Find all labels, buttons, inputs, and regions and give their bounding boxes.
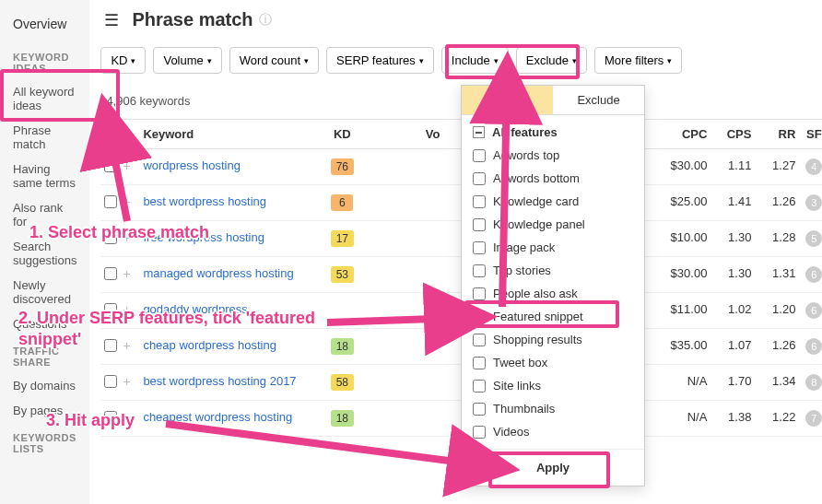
annotation-step2: 2. Under SERP features, tick 'featured s… <box>18 308 323 349</box>
dropdown-tab-exclude[interactable]: Exclude <box>553 86 644 115</box>
chevron-down-icon: ▾ <box>207 56 212 65</box>
rr-value: 1.27 <box>751 158 795 172</box>
row-checkbox[interactable] <box>104 375 117 388</box>
cpc-value: N/A <box>653 374 707 388</box>
col-rr[interactable]: RR <box>751 127 795 141</box>
arrow-icon <box>161 415 493 482</box>
sf-badge[interactable]: 6 <box>805 338 822 355</box>
filter-more[interactable]: More filters▾ <box>594 47 682 74</box>
sidebar-item[interactable]: Newly discovered <box>0 273 89 311</box>
sidebar-item[interactable]: Phrase match <box>0 118 89 157</box>
kd-badge: 53 <box>331 266 354 283</box>
cps-value: 1.30 <box>707 266 751 280</box>
annotation-step1: 1. Select phrase match <box>29 222 209 243</box>
cps-value: 1.38 <box>707 410 751 424</box>
filter-serp-features[interactable]: SERP features▾ <box>326 47 434 74</box>
filter-word-count[interactable]: Word count▾ <box>229 47 319 74</box>
chevron-down-icon: ▾ <box>667 56 672 65</box>
sidebar-item[interactable]: By domains <box>0 373 89 398</box>
cps-value: 1.30 <box>707 230 751 244</box>
cps-value: 1.41 <box>707 194 751 208</box>
cpc-value: $30.00 <box>653 266 707 280</box>
rr-value: 1.22 <box>751 410 795 424</box>
kd-badge: 17 <box>331 230 354 247</box>
keyword-link[interactable]: best wordpress hosting 2017 <box>143 374 318 388</box>
sidebar-section-title: KEYWORD IDEAS <box>0 42 89 79</box>
cpc-value: $11.00 <box>653 302 707 316</box>
row-checkbox[interactable] <box>104 267 117 280</box>
arrow-icon <box>90 120 146 233</box>
arrow-icon <box>323 304 470 344</box>
rr-value: 1.31 <box>751 266 795 280</box>
kd-badge: 6 <box>331 194 353 211</box>
kd-badge: 76 <box>331 158 354 175</box>
cpc-value: $25.00 <box>653 194 707 208</box>
plus-icon[interactable]: + <box>123 266 130 281</box>
arrow-icon <box>484 78 539 311</box>
dropdown-item-label: Site links <box>493 379 541 393</box>
cps-value: 1.07 <box>707 338 751 352</box>
chevron-down-icon: ▾ <box>572 56 577 65</box>
dropdown-item-label: Thumbnails <box>493 402 555 416</box>
col-volume[interactable]: Vo <box>366 127 440 141</box>
cpc-value: N/A <box>653 410 707 424</box>
col-sf[interactable]: SF <box>795 127 822 141</box>
filter-include[interactable]: Include▾ <box>441 47 509 74</box>
filter-kd[interactable]: KD▾ <box>100 47 146 74</box>
sf-badge[interactable]: 5 <box>805 230 822 247</box>
sf-badge[interactable]: 6 <box>805 302 822 319</box>
cps-value: 1.11 <box>707 158 751 172</box>
dropdown-item-label: Videos <box>493 425 530 439</box>
dropdown-checkbox[interactable] <box>473 311 486 323</box>
rr-value: 1.28 <box>751 230 795 244</box>
dropdown-checkbox[interactable] <box>473 357 486 369</box>
col-cps[interactable]: CPS <box>707 127 751 141</box>
col-kd[interactable]: KD <box>318 127 366 141</box>
dropdown-item[interactable]: Site links <box>462 374 644 397</box>
cpc-value: $30.00 <box>653 158 707 172</box>
rr-value: 1.26 <box>751 194 795 208</box>
plus-icon[interactable]: + <box>123 374 130 389</box>
nav-overview[interactable]: Overview <box>0 11 89 42</box>
dropdown-checkbox[interactable] <box>473 380 486 393</box>
dropdown-checkbox[interactable] <box>473 334 486 346</box>
col-keyword[interactable]: Keyword <box>143 127 318 141</box>
chevron-down-icon: ▾ <box>494 56 499 65</box>
annotation-step3: 3. Hit apply <box>46 410 135 431</box>
dropdown-item-label: Shopping results <box>493 333 582 346</box>
rr-value: 1.26 <box>751 338 795 352</box>
dropdown-checkbox[interactable] <box>473 403 486 416</box>
sf-badge[interactable]: 4 <box>805 158 822 175</box>
chevron-down-icon: ▾ <box>131 56 135 65</box>
sidebar-item[interactable]: Having same terms <box>0 157 89 195</box>
rr-value: 1.20 <box>751 302 795 316</box>
cpc-value: $35.00 <box>653 338 707 352</box>
dropdown-item-label: Featured snippet <box>493 310 583 323</box>
cpc-value: $10.00 <box>653 230 707 244</box>
dropdown-item[interactable]: Tweet box <box>462 351 644 374</box>
keyword-link[interactable]: managed wordpress hosting <box>143 266 318 280</box>
sf-badge[interactable]: 3 <box>805 194 822 211</box>
sf-badge[interactable]: 6 <box>805 266 822 283</box>
dropdown-item[interactable]: Shopping results <box>462 328 644 351</box>
cps-value: 1.70 <box>707 374 751 388</box>
page-title: Phrase match <box>132 9 252 30</box>
rr-value: 1.34 <box>751 374 795 388</box>
cps-value: 1.02 <box>707 302 751 316</box>
sf-badge[interactable]: 7 <box>805 410 822 427</box>
keyword-link[interactable]: wordpress hosting <box>143 158 318 172</box>
chevron-down-icon: ▾ <box>304 56 309 65</box>
sf-badge[interactable]: 8 <box>805 374 822 391</box>
kd-badge: 58 <box>331 374 354 391</box>
chevron-down-icon: ▾ <box>419 56 424 65</box>
help-icon[interactable]: ⓘ <box>259 12 272 29</box>
sidebar-item[interactable]: All keyword ideas <box>0 79 89 118</box>
hamburger-icon[interactable]: ☰ <box>104 10 119 30</box>
filter-exclude[interactable]: Exclude▾ <box>516 47 587 74</box>
filter-bar: KD▾ Volume▾ Word count▾ SERP features▾ I… <box>100 43 822 87</box>
keyword-link[interactable]: best wordpress hosting <box>143 194 318 208</box>
dropdown-item-label: Tweet box <box>493 356 547 369</box>
filter-volume[interactable]: Volume▾ <box>153 47 221 74</box>
col-cpc[interactable]: CPC <box>653 127 707 141</box>
